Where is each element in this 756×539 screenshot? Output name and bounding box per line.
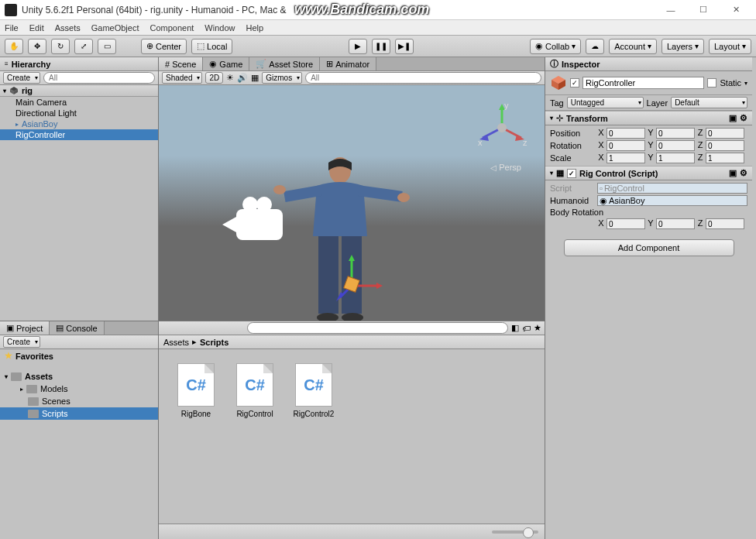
- move-tool-button[interactable]: ✥: [28, 39, 46, 54]
- tag-label: Tag: [550, 98, 564, 108]
- orientation-gizmo-icon[interactable]: z x y: [475, 101, 529, 155]
- svg-rect-5: [358, 185, 402, 202]
- folder-item[interactable]: ▸Models: [0, 383, 158, 395]
- hierarchy-item-selected[interactable]: RigController: [0, 129, 158, 140]
- rotate-tool-button[interactable]: ↻: [51, 39, 70, 54]
- shading-dropdown[interactable]: Shaded: [162, 72, 202, 84]
- play-button[interactable]: ▶: [349, 39, 367, 54]
- pivot-local-button[interactable]: ⬚Local: [191, 39, 232, 54]
- gameobject-cube-icon: [550, 74, 567, 91]
- filter-label-icon[interactable]: 🏷: [522, 324, 531, 333]
- minimize-button[interactable]: —: [655, 2, 686, 19]
- asset-item[interactable]: C#RigBone: [173, 363, 219, 418]
- menu-file[interactable]: File: [5, 23, 19, 33]
- 2d-toggle[interactable]: 2D: [205, 72, 223, 84]
- position-y-input[interactable]: [656, 128, 695, 139]
- static-checkbox[interactable]: [707, 78, 716, 88]
- menu-help[interactable]: Help: [246, 23, 263, 33]
- pause-button[interactable]: ❚❚: [372, 39, 390, 54]
- breadcrumb-item[interactable]: Scripts: [200, 338, 229, 347]
- tab-scene[interactable]: #Scene: [159, 57, 203, 70]
- collab-button[interactable]: ◉Collab ▾: [530, 39, 581, 54]
- script-component-header[interactable]: ▾ ▦ ✓ Rig Control (Script) ▣ ⚙: [545, 166, 752, 180]
- menu-assets[interactable]: Assets: [55, 23, 81, 33]
- gizmos-dropdown[interactable]: Gizmos: [262, 72, 302, 84]
- asset-item[interactable]: C#RigControl: [232, 363, 278, 418]
- transform-gizmo-icon[interactable]: [336, 255, 383, 301]
- help-icon[interactable]: ▣: [729, 168, 737, 178]
- humanoid-field[interactable]: ◉AsianBoy: [597, 195, 747, 206]
- tab-console[interactable]: ▤Console: [50, 321, 104, 335]
- menu-window[interactable]: Window: [204, 23, 235, 33]
- bodyrot-z-input[interactable]: [706, 218, 744, 229]
- help-icon[interactable]: ▣: [729, 113, 737, 123]
- favorites-header[interactable]: ★Favorites: [0, 349, 158, 362]
- menu-component[interactable]: Component: [149, 23, 194, 33]
- bodyrot-x-input[interactable]: [607, 218, 645, 229]
- hierarchy-item[interactable]: Main Camera: [0, 97, 158, 108]
- scale-z-input[interactable]: [706, 153, 744, 163]
- maximize-button[interactable]: ☐: [688, 2, 719, 19]
- hierarchy-item-prefab[interactable]: ▸AsianBoy: [0, 118, 158, 129]
- layout-button[interactable]: Layout ▾: [709, 39, 751, 54]
- project-search-input[interactable]: [247, 322, 508, 334]
- tab-game[interactable]: ◉Game: [203, 57, 249, 70]
- project-create-dropdown[interactable]: Create: [3, 336, 40, 348]
- folder-item[interactable]: Scenes: [0, 395, 158, 407]
- menu-gameobject[interactable]: GameObject: [91, 23, 139, 33]
- tab-asset-store[interactable]: 🛒Asset Store: [249, 57, 320, 70]
- hierarchy-item[interactable]: Directional Light: [0, 108, 158, 118]
- console-icon: ▤: [56, 323, 64, 333]
- assets-header[interactable]: ▾Assets: [0, 370, 158, 383]
- save-search-icon[interactable]: ★: [534, 323, 541, 333]
- script-enabled-checkbox[interactable]: ✓: [567, 169, 576, 178]
- scene-viewport[interactable]: z x y ◁ Persp: [159, 85, 545, 321]
- breadcrumb-item[interactable]: Assets: [163, 338, 189, 347]
- close-button[interactable]: ✕: [720, 2, 751, 19]
- rotation-x-input[interactable]: [607, 140, 645, 151]
- filter-type-icon[interactable]: ◧: [511, 323, 519, 333]
- active-checkbox[interactable]: ✓: [570, 78, 579, 88]
- tab-animator[interactable]: ⊞Animator: [320, 57, 376, 70]
- gear-icon[interactable]: ⚙: [740, 168, 747, 178]
- script-field[interactable]: ▫RigControl: [597, 183, 747, 194]
- fx-toggle-icon[interactable]: ▦: [251, 73, 259, 83]
- folder-item-selected[interactable]: Scripts: [0, 407, 158, 420]
- inspector-tab[interactable]: ⓘ Inspector: [545, 57, 752, 71]
- gear-icon[interactable]: ⚙: [740, 113, 747, 123]
- pivot-center-button[interactable]: ⊕Center: [141, 39, 187, 54]
- account-button[interactable]: Account ▾: [609, 39, 657, 54]
- bodyrot-y-input[interactable]: [656, 218, 695, 229]
- layers-button[interactable]: Layers ▾: [662, 39, 704, 54]
- layer-dropdown[interactable]: Default: [671, 97, 747, 108]
- tab-project[interactable]: ▣Project: [0, 321, 50, 335]
- light-toggle-icon[interactable]: ☀: [226, 73, 234, 83]
- audio-toggle-icon[interactable]: 🔊: [237, 73, 248, 83]
- menu-edit[interactable]: Edit: [29, 23, 44, 33]
- position-x-input[interactable]: [607, 128, 645, 139]
- rotation-y-input[interactable]: [656, 140, 695, 151]
- scene-root[interactable]: ▾ rig: [0, 85, 158, 97]
- hierarchy-tab[interactable]: ≡ Hierarchy: [0, 57, 158, 71]
- rect-tool-button[interactable]: ▭: [98, 39, 116, 54]
- scale-tool-button[interactable]: ⤢: [74, 39, 93, 54]
- rotation-z-input[interactable]: [706, 140, 744, 151]
- object-name-input[interactable]: [582, 77, 704, 89]
- scale-y-input[interactable]: [656, 153, 695, 163]
- hand-tool-button[interactable]: ✋: [5, 39, 23, 54]
- position-z-input[interactable]: [706, 128, 744, 139]
- hierarchy-search-input[interactable]: [43, 72, 155, 84]
- step-button[interactable]: ▶❚: [395, 39, 414, 54]
- add-component-button[interactable]: Add Component: [564, 239, 734, 256]
- scene-search-input[interactable]: [305, 72, 541, 84]
- hierarchy-create-dropdown[interactable]: Create: [3, 72, 40, 84]
- cloud-button[interactable]: ☁: [586, 39, 604, 54]
- static-dropdown-icon[interactable]: ▾: [744, 80, 747, 87]
- svg-point-25: [497, 123, 507, 132]
- tag-dropdown[interactable]: Untagged: [567, 97, 644, 108]
- scale-x-input[interactable]: [607, 153, 645, 163]
- svg-point-7: [397, 193, 410, 202]
- asset-item[interactable]: C#RigControl2: [290, 363, 337, 418]
- transform-header[interactable]: ▾ ⊹ Transform ▣ ⚙: [545, 111, 752, 125]
- icon-size-slider[interactable]: [492, 530, 538, 534]
